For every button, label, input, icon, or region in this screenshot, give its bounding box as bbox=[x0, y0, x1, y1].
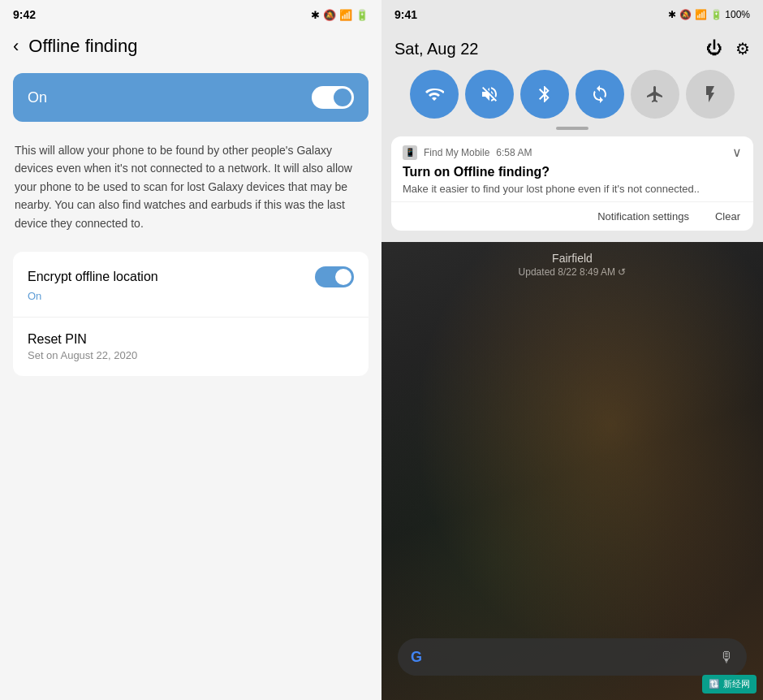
main-toggle-label: On bbox=[28, 89, 47, 106]
watermark-text: 新经网 bbox=[723, 678, 750, 690]
notification-panel: Sat, Aug 22 ⏻ ⚙ bbox=[382, 29, 763, 242]
notif-body: Make it easier to find your lost phone e… bbox=[391, 183, 753, 201]
panel-handle bbox=[556, 127, 588, 130]
status-bar-right: 9:41 ✱ 🔕 📶 🔋 100% bbox=[382, 0, 763, 29]
bluetooth-icon-right: ✱ bbox=[668, 9, 676, 20]
map-area: Fairfield Updated 8/22 8:49 AM ↺ G 🎙 🔃 新… bbox=[382, 242, 763, 700]
qs-wifi-button[interactable] bbox=[410, 70, 459, 119]
date-text: Sat, Aug 22 bbox=[394, 40, 478, 58]
left-panel: 9:42 ✱ 🔕 📶 🔋 ‹ Offline finding On This w… bbox=[0, 0, 382, 700]
notification-settings-button[interactable]: Notification settings bbox=[584, 202, 702, 231]
encrypt-location-header: Encrypt offline location bbox=[28, 266, 354, 287]
back-button[interactable]: ‹ bbox=[13, 36, 19, 57]
notif-app-name: Find My Mobile bbox=[424, 147, 489, 158]
status-icons-left: ✱ 🔕 📶 🔋 bbox=[311, 9, 369, 21]
card-section: Encrypt offline location On Reset PIN Se… bbox=[13, 252, 369, 376]
notif-time: 6:58 AM bbox=[496, 147, 532, 158]
notif-app-icon: 📱 bbox=[403, 145, 417, 160]
qs-bluetooth-button[interactable] bbox=[520, 70, 569, 119]
qs-airplane-button[interactable] bbox=[631, 70, 679, 119]
status-bar-left: 9:42 ✱ 🔕 📶 🔋 bbox=[0, 0, 382, 29]
main-toggle-switch[interactable] bbox=[312, 86, 354, 109]
settings-icon[interactable]: ⚙ bbox=[735, 39, 750, 58]
reset-pin-title: Reset PIN bbox=[28, 332, 354, 347]
map-overlay bbox=[382, 242, 763, 700]
time-right: 9:41 bbox=[394, 8, 417, 21]
date-row: Sat, Aug 22 ⏻ ⚙ bbox=[391, 36, 753, 67]
mic-icon[interactable]: 🎙 bbox=[719, 649, 734, 666]
notif-header: 📱 Find My Mobile 6:58 AM ∨ bbox=[391, 136, 753, 165]
notif-title: Turn on Offline finding? bbox=[391, 165, 753, 183]
header-left: ‹ Offline finding bbox=[0, 29, 382, 67]
watermark: 🔃 新经网 bbox=[702, 675, 757, 694]
date-icons: ⏻ ⚙ bbox=[706, 39, 750, 58]
reset-pin-item[interactable]: Reset PIN Set on August 22, 2020 bbox=[13, 318, 369, 376]
watermark-icon: 🔃 bbox=[709, 679, 720, 689]
notif-actions: Notification settings Clear bbox=[391, 201, 753, 231]
sound-icon-right: 🔕 bbox=[679, 9, 692, 20]
qs-flashlight-button[interactable] bbox=[686, 70, 735, 119]
power-icon[interactable]: ⏻ bbox=[706, 39, 722, 58]
battery-icon-left: 🔋 bbox=[356, 9, 369, 21]
qs-sync-button[interactable] bbox=[575, 70, 624, 119]
notification-card: 📱 Find My Mobile 6:58 AM ∨ Turn on Offli… bbox=[391, 136, 753, 231]
description-text: This will allow your phone to be found b… bbox=[0, 128, 382, 245]
main-toggle-section[interactable]: On bbox=[13, 73, 369, 122]
bluetooth-icon-left: ✱ bbox=[311, 9, 320, 21]
clear-button[interactable]: Clear bbox=[702, 202, 753, 231]
notif-expand-icon[interactable]: ∨ bbox=[732, 145, 742, 160]
sound-icon-left: 🔕 bbox=[323, 9, 336, 21]
google-logo: G bbox=[411, 649, 422, 666]
quick-settings bbox=[391, 67, 753, 127]
encrypt-location-title: Encrypt offline location bbox=[28, 270, 158, 284]
signal-icon-left: 📶 bbox=[339, 9, 352, 21]
battery-right: 🔋 100% bbox=[710, 9, 750, 20]
reset-pin-subtitle: Set on August 22, 2020 bbox=[28, 349, 354, 361]
encrypt-location-status: On bbox=[28, 290, 354, 302]
right-panel: 9:41 ✱ 🔕 📶 🔋 100% Sat, Aug 22 ⏻ ⚙ bbox=[382, 0, 763, 700]
page-title: Offline finding bbox=[28, 36, 137, 57]
signal-icon-right: 📶 bbox=[695, 9, 707, 20]
notif-app-info: 📱 Find My Mobile 6:58 AM bbox=[403, 145, 532, 160]
encrypt-location-item[interactable]: Encrypt offline location On bbox=[13, 252, 369, 318]
encrypt-toggle-switch[interactable] bbox=[315, 266, 354, 287]
time-left: 9:42 bbox=[13, 8, 36, 21]
status-icons-right: ✱ 🔕 📶 🔋 100% bbox=[668, 9, 750, 20]
search-bar[interactable]: G 🎙 bbox=[398, 638, 747, 676]
qs-sound-button[interactable] bbox=[465, 70, 514, 119]
